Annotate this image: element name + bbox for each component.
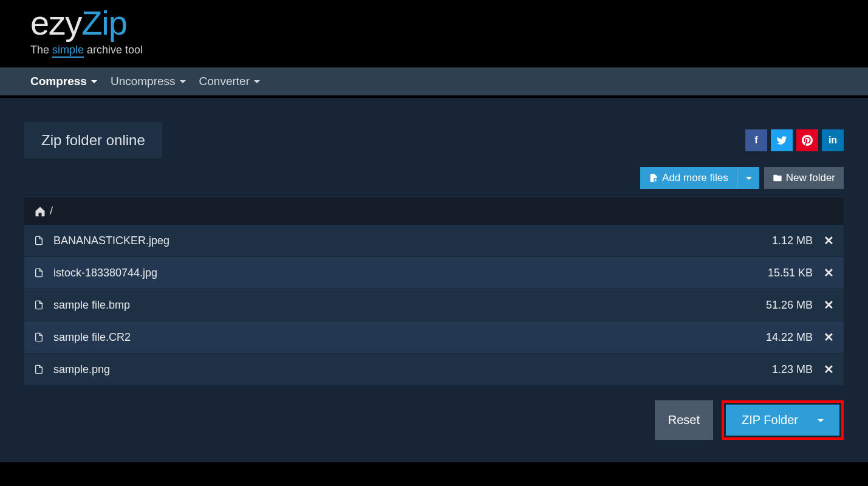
remove-file-button[interactable]: ✕ — [824, 330, 834, 344]
tagline: The simple archive tool — [30, 44, 143, 56]
logo-part2: Zip — [81, 4, 127, 42]
file-name: sample.png — [53, 363, 772, 376]
add-more-files-dropdown[interactable] — [737, 167, 759, 189]
file-size: 51.26 MB — [766, 299, 813, 312]
nav-uncompress-label: Uncompress — [111, 75, 176, 88]
file-icon — [34, 299, 47, 311]
navbar: Compress Uncompress Converter — [0, 67, 868, 98]
file-size: 14.22 MB — [766, 331, 813, 344]
file-size: 1.12 MB — [772, 234, 813, 247]
zip-folder-label: ZIP Folder — [742, 413, 798, 427]
tagline-highlight: simple — [52, 44, 84, 58]
breadcrumb: / — [24, 197, 844, 225]
header: ezyZip The simple archive tool — [0, 0, 868, 67]
file-name: sample file.CR2 — [53, 331, 766, 344]
file-icon — [34, 363, 47, 375]
file-icon — [34, 331, 47, 343]
zip-folder-highlight: ZIP Folder — [722, 400, 844, 440]
new-folder-button[interactable]: New folder — [764, 167, 844, 189]
file-size: 1.23 MB — [772, 363, 813, 376]
nav-compress[interactable]: Compress — [30, 75, 97, 88]
tagline-pre: The — [30, 44, 52, 56]
file-row[interactable]: istock-183380744.jpg 15.51 KB ✕ — [24, 257, 844, 289]
logo[interactable]: ezyZip — [30, 6, 143, 40]
home-icon[interactable] — [34, 205, 46, 217]
file-plus-icon — [649, 173, 658, 183]
page-tab-label: Zip folder online — [41, 132, 145, 148]
logo-part1: ezy — [30, 4, 81, 42]
file-icon — [34, 234, 47, 247]
add-more-files-button[interactable]: Add more files — [640, 167, 759, 189]
folder-icon — [773, 173, 782, 183]
file-row[interactable]: sample file.CR2 14.22 MB ✕ — [24, 321, 844, 354]
file-row[interactable]: sample.png 1.23 MB ✕ — [24, 354, 844, 386]
facebook-button[interactable]: f — [745, 129, 767, 151]
file-row[interactable]: sample file.bmp 51.26 MB ✕ — [24, 289, 844, 321]
file-icon — [34, 267, 47, 279]
remove-file-button[interactable]: ✕ — [824, 265, 834, 280]
remove-file-button[interactable]: ✕ — [824, 362, 834, 377]
tab-row: Zip folder online f in — [24, 122, 844, 159]
chevron-down-icon — [816, 413, 824, 427]
linkedin-button[interactable]: in — [822, 129, 844, 151]
add-more-files-label: Add more files — [662, 172, 728, 184]
page-tab[interactable]: Zip folder online — [24, 122, 162, 159]
action-row: Add more files New folder — [24, 159, 844, 197]
reset-label: Reset — [668, 413, 700, 426]
file-name: sample file.bmp — [53, 299, 766, 312]
nav-uncompress[interactable]: Uncompress — [111, 75, 186, 88]
file-size: 15.51 KB — [768, 267, 813, 279]
remove-file-button[interactable]: ✕ — [824, 298, 834, 312]
logo-block: ezyZip The simple archive tool — [30, 6, 143, 56]
pinterest-icon — [802, 135, 813, 146]
nav-compress-label: Compress — [30, 75, 87, 88]
content: Zip folder online f in Add more files Ne… — [0, 98, 868, 462]
twitter-button[interactable] — [771, 129, 793, 151]
remove-file-button[interactable]: ✕ — [824, 233, 834, 248]
new-folder-label: New folder — [786, 172, 835, 184]
breadcrumb-sep: / — [50, 205, 53, 217]
zip-folder-button[interactable]: ZIP Folder — [726, 405, 839, 436]
nav-converter[interactable]: Converter — [199, 75, 260, 88]
file-name: BANANASTICKER.jpeg — [53, 234, 772, 247]
reset-button[interactable]: Reset — [655, 400, 713, 440]
file-name: istock-183380744.jpg — [53, 267, 768, 279]
social-buttons: f in — [745, 129, 844, 151]
footer-row: Reset ZIP Folder — [24, 386, 844, 452]
nav-converter-label: Converter — [199, 75, 250, 88]
pinterest-button[interactable] — [796, 129, 818, 151]
file-list: BANANASTICKER.jpeg 1.12 MB ✕ istock-1833… — [24, 225, 844, 386]
file-row[interactable]: BANANASTICKER.jpeg 1.12 MB ✕ — [24, 225, 844, 257]
tagline-post: archive tool — [84, 44, 143, 56]
twitter-icon — [776, 135, 787, 146]
